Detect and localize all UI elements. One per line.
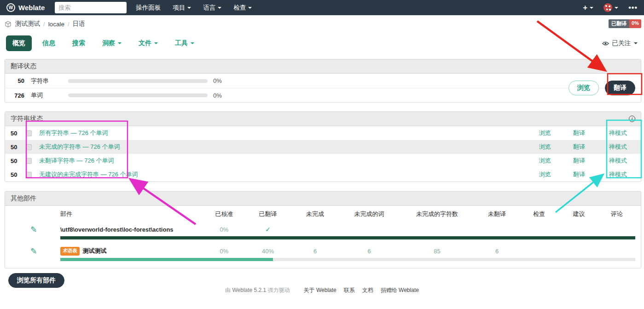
browse-link[interactable]: 浏览 xyxy=(532,170,557,179)
nav-item-dashboard[interactable]: 操作面板 xyxy=(136,4,161,12)
approved-value: 0% xyxy=(203,226,245,233)
component-progress-track xyxy=(60,236,635,239)
tab-info[interactable]: 信息 xyxy=(36,35,62,51)
donate-link[interactable]: 捐赠给 Weblate xyxy=(381,287,419,293)
untranslated-value: 6 xyxy=(475,248,519,255)
zen-mode-link[interactable]: 禅模式 xyxy=(601,157,635,165)
translate-link[interactable]: 翻译 xyxy=(566,157,592,165)
component-row: ✎ \utf8\overworld-forest\loc-forest\acti… xyxy=(5,222,641,244)
breadcrumb-language[interactable]: 日语 xyxy=(73,20,85,28)
all-strings-link[interactable]: 所有字符串 — 726 个单词 xyxy=(39,129,108,137)
component-row: ✎ 术语表 测试测试 0% 40% 6 6 85 6 xyxy=(5,244,641,268)
browse-link[interactable]: 浏览 xyxy=(532,157,557,165)
add-new-button[interactable]: + xyxy=(583,3,593,12)
col-approved: 已核准 xyxy=(203,210,245,218)
panel-translation-status: 翻译状态 50 字符串 0% 726 单词 0% 浏览 翻译 xyxy=(5,59,641,103)
tab-bar: 概览 信息 搜索 洞察 文件 工具 已关注 xyxy=(0,30,644,51)
breadcrumb-component[interactable]: locale xyxy=(48,21,64,28)
zen-mode-link[interactable]: 禅模式 xyxy=(601,129,635,137)
unfinished-without-suggestions-link[interactable]: 无建议的未完成字符串 — 726 个单词 xyxy=(39,170,138,179)
breadcrumb: 测试测试 / locale / 日语 已翻译 0% xyxy=(0,15,644,30)
breadcrumb-project[interactable]: 测试测试 xyxy=(15,20,40,28)
translated-check-icon: ✓ xyxy=(245,226,291,233)
watching-label: 已关注 xyxy=(612,39,631,47)
powered-by: 由 Weblate 5.2.1 强力驱动 xyxy=(225,287,290,293)
chevron-down-icon xyxy=(154,42,158,44)
docs-link[interactable]: 文档 xyxy=(362,287,373,293)
contact-link[interactable]: 联系 xyxy=(344,287,355,293)
tab-search[interactable]: 搜索 xyxy=(66,35,92,51)
translate-link[interactable]: 翻译 xyxy=(566,143,592,151)
edit-pencil-icon[interactable]: ✎ xyxy=(30,225,37,234)
tab-files[interactable]: 文件 xyxy=(132,35,164,51)
translation-status-body: 50 字符串 0% 726 单词 0% 浏览 翻译 xyxy=(5,74,641,102)
weblate-brand[interactable]: W Weblate xyxy=(6,3,45,12)
strings-progress-bar xyxy=(68,79,208,83)
panel-string-status: 字符串状态 i 50 所有字符串 — 726 个单词 浏览 翻译 禅模式 50 … xyxy=(5,111,641,182)
unfinished-value: 6 xyxy=(291,248,339,255)
tab-insights[interactable]: 洞察 xyxy=(96,35,128,51)
chevron-down-icon xyxy=(615,7,618,9)
user-menu[interactable] xyxy=(603,3,618,12)
edit-pencil-icon[interactable]: ✎ xyxy=(30,246,37,256)
browse-all-components-button[interactable]: 浏览所有部件 xyxy=(8,273,64,288)
string-status-row: 50 所有字符串 — 726 个单词 浏览 翻译 禅模式 xyxy=(5,126,641,140)
badge-value: 0% xyxy=(629,19,641,28)
col-unfinished-chars: 未完成的字符数 xyxy=(399,210,475,218)
weblate-page: W Weblate 操作面板 项目 语言 检查 + ••• xyxy=(0,0,644,309)
package-icon xyxy=(5,21,12,28)
strings-progress-row: 50 字符串 0% xyxy=(5,74,641,88)
brand-label: Weblate xyxy=(18,4,45,12)
browse-link[interactable]: 浏览 xyxy=(532,143,557,151)
row-count: 50 xyxy=(11,144,19,151)
strings-percent: 0% xyxy=(213,77,222,84)
nav-item-checks[interactable]: 检查 xyxy=(233,4,252,12)
search-input[interactable] xyxy=(55,2,127,13)
words-count: 726 xyxy=(11,92,24,99)
row-checkbox[interactable] xyxy=(26,172,32,178)
unfinished-strings-link[interactable]: 未完成的字符串 — 726 个单词 xyxy=(39,143,120,151)
translate-button[interactable]: 翻译 xyxy=(605,81,635,95)
nav-item-languages[interactable]: 语言 xyxy=(203,4,221,12)
glossary-badge: 术语表 xyxy=(60,247,80,256)
about-link[interactable]: 关于 Weblate xyxy=(304,287,337,293)
col-checks: 检查 xyxy=(519,210,559,218)
col-suggestions: 建议 xyxy=(559,210,598,218)
translate-link[interactable]: 翻译 xyxy=(566,170,592,179)
row-checkbox[interactable] xyxy=(26,158,32,164)
words-percent: 0% xyxy=(213,92,222,99)
strings-label: 字符串 xyxy=(31,77,56,85)
row-count: 50 xyxy=(11,130,19,137)
more-menu-icon[interactable]: ••• xyxy=(628,4,638,12)
string-status-row: 50 未翻译字符串 — 726 个单词 浏览 翻译 禅模式 xyxy=(5,154,641,168)
panel-other-components: 其他部件 部件 已核准 已翻译 未完成 未完成的词 未完成的字符数 未翻译 检查… xyxy=(5,191,641,268)
panel-title: 其他部件 xyxy=(5,192,641,206)
info-icon[interactable]: i xyxy=(629,116,635,122)
chevron-down-icon xyxy=(191,42,194,44)
watching-dropdown[interactable]: 已关注 xyxy=(602,39,638,47)
zen-mode-link[interactable]: 禅模式 xyxy=(601,170,635,179)
chevron-down-icon xyxy=(218,7,221,9)
approved-value: 0% xyxy=(203,248,245,255)
row-checkbox[interactable] xyxy=(26,144,32,150)
translated-percent-badge[interactable]: 已翻译 0% xyxy=(609,19,641,28)
zen-mode-link[interactable]: 禅模式 xyxy=(601,143,635,151)
component-link[interactable]: \utf8\overworld-forest\loc-forest\action… xyxy=(60,226,174,233)
browse-link[interactable]: 浏览 xyxy=(532,129,557,137)
untranslated-strings-link[interactable]: 未翻译字符串 — 726 个单词 xyxy=(39,157,114,165)
component-link[interactable]: 测试测试 xyxy=(83,247,107,255)
tab-overview[interactable]: 概览 xyxy=(6,35,32,51)
translate-link[interactable]: 翻译 xyxy=(566,129,592,137)
words-label: 单词 xyxy=(31,91,56,99)
row-checkbox[interactable] xyxy=(26,130,32,136)
weblate-version-link[interactable]: Weblate 5.2.1 xyxy=(232,287,266,293)
chevron-down-icon xyxy=(118,42,122,44)
nav-item-projects[interactable]: 项目 xyxy=(173,4,191,12)
browse-button[interactable]: 浏览 xyxy=(569,81,599,95)
string-status-body: 50 所有字符串 — 726 个单词 浏览 翻译 禅模式 50 未完成的字符串 … xyxy=(5,126,641,181)
component-progress-track xyxy=(60,258,635,261)
translation-actions: 浏览 翻译 xyxy=(569,81,635,95)
components-table-header: 部件 已核准 已翻译 未完成 未完成的词 未完成的字符数 未翻译 检查 建议 评… xyxy=(5,206,641,222)
tab-tools[interactable]: 工具 xyxy=(168,35,201,51)
chevron-down-icon xyxy=(634,42,638,44)
